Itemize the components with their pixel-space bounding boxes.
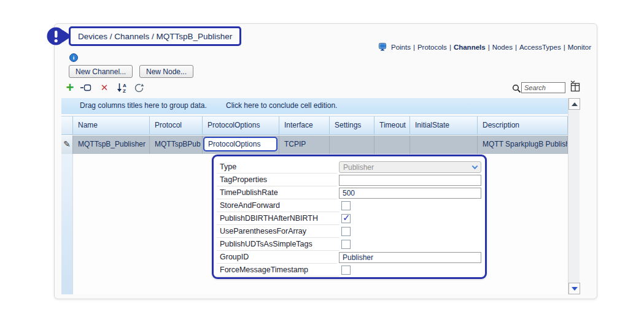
search-icon	[510, 82, 522, 94]
protocol-options-editor: TypePublisherTagPropertiesTimePublishRat…	[212, 155, 487, 279]
top-nav-items: Points|Protocols|Channels|Nodes|AccessTy…	[391, 44, 591, 51]
search-input[interactable]	[521, 82, 565, 93]
property-row-useparenthesesforarray: UseParenthesesForArray	[217, 225, 481, 238]
property-row-publishdbirthafternbirth: PublishDBIRTHAfterNBIRTH✓	[217, 212, 481, 225]
svg-text:Z: Z	[123, 88, 126, 93]
info-icon[interactable]: i	[69, 53, 78, 62]
nav-item-monitor[interactable]: Monitor	[568, 44, 591, 51]
property-label-type: Type	[217, 161, 337, 174]
row-cell-description[interactable]: MQTT SparkplugB Publisher	[478, 136, 568, 154]
property-input-timepublishrate[interactable]: 500	[339, 188, 481, 199]
group-drag-hint[interactable]: Drag columns titles here to group data.	[80, 101, 207, 110]
column-header-timeout[interactable]: Timeout	[374, 116, 410, 135]
conclude-edit-link[interactable]: Click here to conclude cell edition.	[226, 101, 337, 110]
column-header-protocol[interactable]: Protocol	[150, 116, 203, 135]
column-header-name[interactable]: Name	[73, 116, 150, 135]
column-header-protocoloptions[interactable]: ProtocolOptions	[203, 116, 279, 135]
property-label-publishudtsassimpletags: PublishUDTsAsSimpleTags	[217, 238, 339, 251]
nav-separator: |	[564, 44, 565, 51]
property-row-publishudtsassimpletags: PublishUDTsAsSimpleTags	[217, 238, 481, 251]
add-row-icon[interactable]: +	[64, 82, 76, 94]
property-row-storeandforward: StoreAndForward	[217, 199, 481, 212]
property-label-timepublishrate: TimePublishRate	[217, 186, 337, 199]
nav-separator: |	[449, 44, 451, 51]
grid-header-row: NameProtocolProtocolOptionsInterfaceSett…	[61, 116, 568, 135]
property-label-storeandforward: StoreAndForward	[217, 199, 339, 212]
property-value-type: Publisher	[337, 161, 481, 173]
edit-cell-icon[interactable]	[79, 82, 91, 94]
property-input-groupid[interactable]: Publisher	[339, 252, 481, 263]
sort-az-icon[interactable]: A Z	[116, 82, 128, 94]
row-cell-name[interactable]: MQTTspB_Publisher	[73, 136, 150, 154]
row-cell-protocol[interactable]: MQTTspBPub	[150, 136, 203, 154]
property-checkbox-publishdbirthafternbirth[interactable]: ✓	[341, 214, 351, 223]
nav-separator: |	[488, 44, 490, 51]
property-row-timepublishrate: TimePublishRate500	[217, 186, 481, 199]
property-checkbox-storeandforward[interactable]	[341, 201, 351, 210]
chevron-shape	[471, 163, 478, 169]
table-row: ✎MQTTspB_PublisherMQTTspBPubProtocolOpti…	[61, 136, 568, 154]
row-cell-protocoloptions[interactable]: ProtocolOptions	[203, 136, 279, 154]
column-chooser-icon[interactable]	[569, 80, 581, 92]
nav-item-channels[interactable]: Channels	[454, 44, 486, 51]
property-value-tagproperties	[337, 175, 481, 186]
property-label-groupid: GroupID	[217, 251, 337, 264]
grid-corner-cell	[61, 116, 73, 135]
scroll-up-button[interactable]	[568, 98, 580, 110]
property-value-groupid: Publisher	[337, 252, 481, 263]
property-label-forcemessagetimestamp: ForceMessageTimestamp	[217, 264, 339, 277]
property-checkbox-publishudtsassimpletags[interactable]	[341, 240, 351, 249]
row-header-strip	[61, 154, 73, 294]
scroll-down-button[interactable]	[568, 283, 580, 294]
cell-edit-box[interactable]: ProtocolOptions	[203, 137, 277, 151]
column-header-settings[interactable]: Settings	[330, 116, 374, 135]
property-row-tagproperties: TagProperties	[217, 174, 481, 186]
property-label-publishdbirthafternbirth: PublishDBIRTHAfterNBIRTH	[217, 212, 339, 225]
nav-separator: |	[515, 44, 517, 51]
row-cell-interface[interactable]: TCPIP	[279, 136, 330, 154]
pencil-icon: ✎	[63, 136, 71, 153]
nav-separator: |	[413, 44, 415, 51]
refresh-icon[interactable]	[133, 82, 145, 94]
property-input-tagproperties[interactable]	[339, 175, 481, 186]
property-label-tagproperties: TagProperties	[217, 174, 337, 186]
up-arrow-icon	[572, 102, 578, 106]
property-label-useparenthesesforarray: UseParenthesesForArray	[217, 225, 339, 238]
chevron-down-icon[interactable]	[469, 162, 480, 172]
property-value-forcemessagetimestamp	[339, 266, 481, 275]
vertical-scrollbar[interactable]	[568, 98, 580, 294]
column-header-interface[interactable]: Interface	[279, 116, 330, 135]
property-value-storeandforward	[339, 201, 481, 210]
row-edit-indicator-cell: ✎	[61, 136, 73, 154]
column-header-description[interactable]: Description	[478, 116, 568, 135]
property-dropdown-type[interactable]: Publisher	[339, 161, 481, 173]
row-cell-initialstate[interactable]	[410, 136, 478, 154]
column-header-initialstate[interactable]: InitialState	[410, 116, 478, 135]
down-arrow-icon	[572, 287, 578, 291]
nav-item-nodes[interactable]: Nodes	[492, 44, 513, 51]
breadcrumb: Devices / Channels / MQTTspB_Publisher	[69, 26, 241, 46]
property-row-groupid: GroupIDPublisher	[217, 251, 481, 264]
property-checkbox-useparenthesesforarray[interactable]	[341, 227, 351, 236]
nav-item-protocols[interactable]: Protocols	[417, 44, 447, 51]
new-node-button[interactable]: New Node...	[139, 65, 193, 78]
top-nav: Points|Protocols|Channels|Nodes|AccessTy…	[379, 43, 591, 51]
nav-item-points[interactable]: Points	[391, 44, 411, 51]
breadcrumb-text: Devices / Channels / MQTTspB_Publisher	[78, 32, 232, 41]
property-value-publishdbirthafternbirth: ✓	[339, 214, 481, 223]
row-cell-timeout[interactable]	[374, 136, 410, 154]
row-cell-settings[interactable]	[330, 136, 374, 154]
property-value-publishudtsassimpletags	[339, 240, 481, 249]
nav-item-accesstypes[interactable]: AccessTypes	[519, 44, 561, 51]
property-row-type: TypePublisher	[217, 161, 481, 174]
delete-row-icon[interactable]: ✕	[98, 82, 111, 94]
property-row-forcemessagetimestamp: ForceMessageTimestamp	[217, 264, 481, 277]
property-checkbox-forcemessagetimestamp[interactable]	[341, 266, 351, 275]
checkmark-icon: ✓	[343, 212, 351, 223]
grid-group-bar[interactable]: Drag columns titles here to group data. …	[61, 98, 568, 114]
new-channel-button[interactable]: New Channel...	[69, 65, 133, 78]
dropdown-value: Publisher	[343, 163, 374, 172]
svg-text:A: A	[123, 83, 126, 88]
property-value-useparenthesesforarray	[339, 227, 481, 236]
monitor-icon	[379, 43, 387, 51]
